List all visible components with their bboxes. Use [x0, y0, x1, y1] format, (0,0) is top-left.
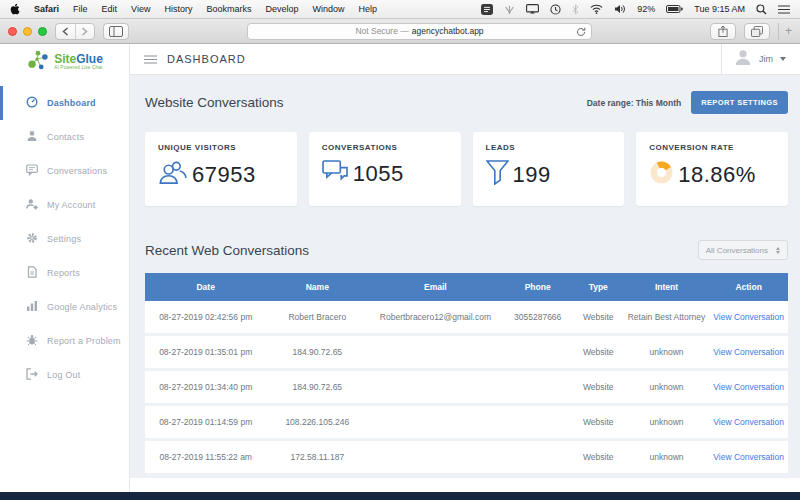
- cell-phone: 3055287666: [503, 301, 573, 336]
- sidebar-item-google-analytics[interactable]: Google Analytics: [0, 290, 129, 324]
- wifi-icon[interactable]: [590, 4, 603, 14]
- sidebar-item-reports[interactable]: Reports: [0, 256, 129, 290]
- bluetooth-icon[interactable]: [572, 4, 579, 15]
- menu-bookmarks[interactable]: Bookmarks: [206, 4, 251, 14]
- conversations-table: Date Name Email Phone Type Intent Action…: [145, 273, 788, 476]
- card-value: 67953: [192, 162, 256, 188]
- menu-window[interactable]: Window: [312, 4, 344, 14]
- hamburger-menu-icon[interactable]: [144, 50, 157, 68]
- card-leads: LEADS 199: [473, 132, 625, 206]
- bottom-dark-bar: [0, 492, 800, 500]
- sidebar-label-google-analytics: Google Analytics: [47, 302, 117, 312]
- view-conversation-link[interactable]: View Conversation: [713, 347, 784, 357]
- section-title: Website Conversations: [145, 95, 284, 110]
- sidebar-item-settings[interactable]: Settings: [0, 222, 129, 256]
- menu-edit[interactable]: Edit: [102, 4, 118, 14]
- notification-center-icon[interactable]: [778, 5, 790, 14]
- card-label: LEADS: [486, 143, 612, 152]
- page-title: DASHBOARD: [167, 53, 246, 65]
- url-security-label: Not Secure —: [355, 26, 408, 36]
- bottom-white-strip: [130, 478, 800, 492]
- sidebar-item-log-out[interactable]: Log Out: [0, 358, 129, 392]
- section-header-right: Date range: This Month REPORT SETTINGS: [587, 91, 788, 114]
- menubar-left: Safari File Edit View History Bookmarks …: [10, 3, 377, 15]
- menu-help[interactable]: Help: [358, 4, 377, 14]
- cell-phone: [503, 406, 573, 441]
- section-header: Website Conversations Date range: This M…: [145, 91, 788, 114]
- dashboard-icon: [26, 96, 38, 110]
- app-window: SiteGlue AI Powered Live Chat Dashboard …: [0, 44, 800, 492]
- cell-name: 184.90.72.65: [266, 336, 368, 371]
- recent-conversations-header: Recent Web Conversations All Conversatio…: [145, 240, 788, 260]
- menu-history[interactable]: History: [164, 4, 192, 14]
- table-row: 08-27-2019 02:42:56 pm Robert Bracero Ro…: [145, 301, 788, 336]
- cell-date: 08-27-2019 01:35:01 pm: [145, 336, 266, 371]
- close-window-button[interactable]: [8, 27, 17, 36]
- sidebar-item-report-a-problem[interactable]: Report a Problem: [0, 324, 129, 358]
- view-conversation-link[interactable]: View Conversation: [713, 382, 784, 392]
- menu-develop[interactable]: Develop: [265, 4, 298, 14]
- back-button[interactable]: [56, 24, 76, 39]
- my-account-icon: [26, 198, 38, 212]
- status-menu-icon[interactable]: [504, 4, 515, 15]
- col-intent: Intent: [624, 273, 710, 301]
- menu-safari[interactable]: Safari: [34, 4, 59, 14]
- address-bar[interactable]: Not Secure — agencychatbot.app: [247, 23, 592, 40]
- sidebar-label-reports: Reports: [47, 268, 80, 278]
- sidebar-item-contacts[interactable]: Contacts: [0, 120, 129, 154]
- donut-chart-icon: [649, 160, 674, 189]
- table-row: 08-27-2019 01:35:01 pm 184.90.72.65 Webs…: [145, 336, 788, 371]
- volume-icon[interactable]: [614, 4, 626, 14]
- view-conversation-link[interactable]: View Conversation: [713, 312, 784, 322]
- funnel-icon: [486, 160, 509, 189]
- sidebar-toggle-button[interactable]: [103, 23, 129, 40]
- minimize-window-button[interactable]: [23, 27, 32, 36]
- user-menu[interactable]: Jim: [721, 44, 800, 74]
- table-header: Date Name Email Phone Type Intent Action: [145, 273, 788, 301]
- sidebar-item-dashboard[interactable]: Dashboard: [0, 86, 129, 120]
- menu-view[interactable]: View: [131, 4, 150, 14]
- cell-type: Website: [573, 301, 624, 336]
- conversation-filter-select[interactable]: All Conversations: [698, 240, 788, 260]
- sidebar-item-my-account[interactable]: My Account: [0, 188, 129, 222]
- card-value: 18.86%: [678, 162, 756, 188]
- siteglue-logo[interactable]: SiteGlue AI Powered Live Chat: [0, 44, 129, 76]
- sidebar: SiteGlue AI Powered Live Chat Dashboard …: [0, 44, 130, 492]
- content-column: DASHBOARD Jim Website Conversations Date…: [130, 44, 800, 492]
- cell-phone: [503, 336, 573, 371]
- browser-toolbar: Not Secure — agencychatbot.app +: [0, 19, 800, 44]
- cell-name: 184.90.72.65: [266, 371, 368, 406]
- cell-phone: [503, 371, 573, 406]
- forward-button[interactable]: [76, 24, 95, 39]
- time-machine-icon[interactable]: [550, 4, 561, 15]
- sidebar-label-log-out: Log Out: [47, 370, 80, 380]
- input-menu-icon[interactable]: [481, 4, 493, 15]
- reload-icon[interactable]: [576, 27, 586, 39]
- report-file-icon: [26, 266, 38, 280]
- cell-date: 08-27-2019 01:34:40 pm: [145, 371, 266, 406]
- tab-overview-button[interactable]: [744, 23, 770, 40]
- cell-intent: unknown: [624, 336, 710, 371]
- siteglue-logo-icon: [26, 49, 50, 75]
- share-button[interactable]: [710, 23, 736, 40]
- new-tab-button[interactable]: +: [778, 23, 792, 40]
- cell-intent: Retain Best Attorney: [624, 301, 710, 336]
- col-type: Type: [573, 273, 624, 301]
- menu-file[interactable]: File: [73, 4, 88, 14]
- menubar-clock[interactable]: Tue 9:15 AM: [694, 4, 745, 14]
- view-conversation-link[interactable]: View Conversation: [713, 417, 784, 427]
- spotlight-icon[interactable]: [756, 4, 767, 15]
- apple-menu-icon[interactable]: [10, 3, 20, 15]
- view-conversation-link[interactable]: View Conversation: [713, 452, 784, 462]
- zoom-window-button[interactable]: [38, 27, 47, 36]
- sidebar-nav: Dashboard Contacts Conversations My Acco…: [0, 86, 129, 392]
- battery-icon[interactable]: [666, 5, 683, 13]
- cell-type: Website: [573, 406, 624, 441]
- sidebar-item-conversations[interactable]: Conversations: [0, 154, 129, 188]
- report-settings-button[interactable]: REPORT SETTINGS: [691, 91, 788, 114]
- airplay-display-icon[interactable]: [526, 4, 539, 14]
- filter-value: All Conversations: [706, 246, 768, 255]
- logo-site: Site: [54, 52, 76, 66]
- sidebar-label-conversations: Conversations: [47, 166, 107, 176]
- table-row: 08-27-2019 01:14:59 pm 108.226.105.246 W…: [145, 406, 788, 441]
